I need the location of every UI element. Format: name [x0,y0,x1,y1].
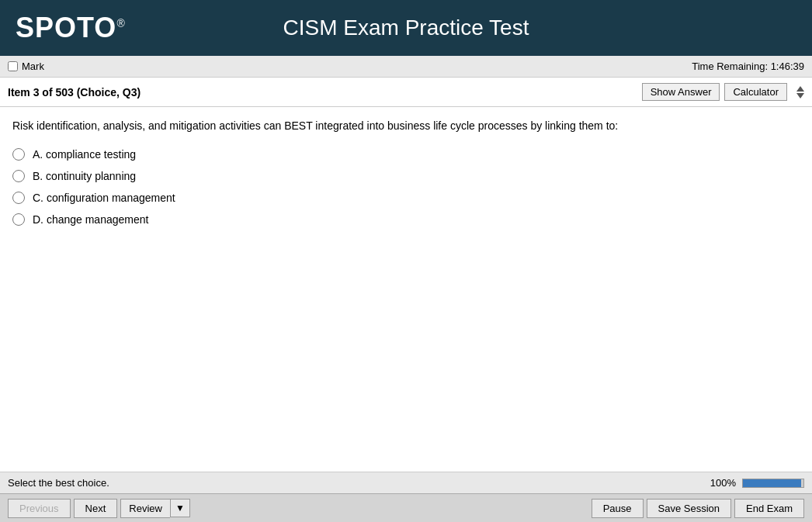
calculator-button[interactable]: Calculator [724,83,787,101]
review-button[interactable]: Review [120,499,170,518]
answer-option-d: D. change management [12,213,800,226]
save-session-button[interactable]: Save Session [647,499,732,518]
session-buttons: Pause Save Session End Exam [592,499,804,518]
progress-bar-bg [742,479,804,488]
app-logo: SPOTO® [16,12,126,44]
scroll-up-icon [796,86,804,92]
app-header: SPOTO® CISM Exam Practice Test [0,0,812,56]
status-bar: Select the best choice. 100% [0,472,812,493]
nav-buttons: Previous Next Review ▼ [8,499,190,518]
answer-label-c[interactable]: C. configuration management [33,192,175,204]
progress-bar-fill [743,479,801,487]
answer-option-a: A. compliance testing [12,148,800,161]
answer-options: A. compliance testingB. continuity plann… [12,148,800,226]
radio-c[interactable] [12,192,25,204]
show-answer-button[interactable]: Show Answer [642,83,720,101]
answer-label-a[interactable]: A. compliance testing [33,148,136,161]
question-text: Risk identification, analysis, and mitig… [12,118,800,134]
answer-option-b: B. continuity planning [12,170,800,182]
radio-d[interactable] [12,213,25,226]
mark-label: Mark [22,60,44,72]
previous-button[interactable]: Previous [8,499,71,518]
radio-b[interactable] [12,170,25,182]
scroll-indicator [796,86,804,99]
mark-timer-row: Mark Time Remaining: 1:46:39 [0,56,812,78]
answer-option-c: C. configuration management [12,192,800,204]
footer: Previous Next Review ▼ Pause Save Sessio… [0,493,812,522]
review-dropdown-button[interactable]: ▼ [170,499,190,517]
app-title: CISM Exam Practice Test [283,16,529,40]
main-content: Risk identification, analysis, and mitig… [0,107,812,472]
end-exam-button[interactable]: End Exam [734,499,804,518]
answer-label-b[interactable]: B. continuity planning [33,170,136,182]
review-btn-wrap: Review ▼ [120,499,190,518]
item-row: Item 3 of 503 (Choice, Q3) Show Answer C… [0,78,812,107]
item-label: Item 3 of 503 (Choice, Q3) [8,86,141,99]
timer-display: Time Remaining: 1:46:39 [692,60,804,72]
progress-pct: 100% [710,477,736,489]
mark-checkbox[interactable] [8,61,18,71]
progress-area: 100% [710,477,804,489]
scroll-down-icon [796,93,804,99]
next-button[interactable]: Next [74,499,118,518]
pause-button[interactable]: Pause [592,499,644,518]
timer-value: 1:46:39 [771,60,804,72]
item-actions: Show Answer Calculator [642,83,804,101]
answer-label-d[interactable]: D. change management [33,213,148,226]
status-instruction: Select the best choice. [8,477,109,489]
mark-area[interactable]: Mark [8,60,44,72]
radio-a[interactable] [12,148,25,161]
